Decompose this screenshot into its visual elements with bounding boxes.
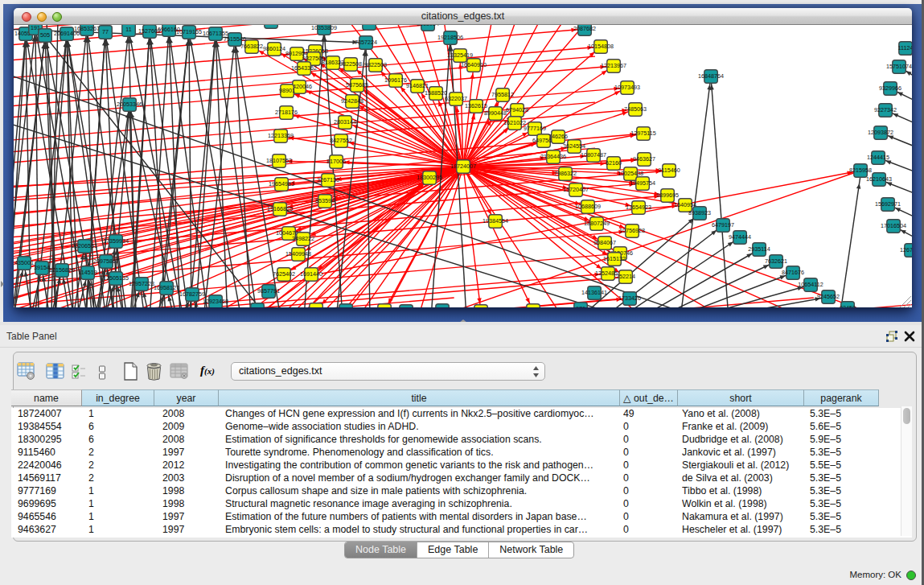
svg-text:55720: 55720 — [338, 307, 354, 307]
svg-text:8235: 8235 — [436, 307, 449, 307]
svg-text:17957223: 17957223 — [129, 280, 154, 287]
svg-text:21364436: 21364436 — [540, 153, 566, 160]
svg-text:3267130: 3267130 — [317, 176, 339, 183]
svg-text:1267534: 1267534 — [900, 246, 912, 253]
svg-text:39154: 39154 — [34, 264, 50, 271]
svg-text:9474444: 9474444 — [729, 233, 751, 241]
svg-text:114519: 114519 — [78, 269, 97, 276]
svg-text:17016504: 17016504 — [881, 222, 906, 229]
svg-text:20206551: 20206551 — [72, 242, 97, 249]
svg-text:18724007: 18724007 — [450, 163, 476, 170]
svg-text:17359934: 17359934 — [103, 237, 129, 245]
svg-text:252214: 252214 — [616, 273, 635, 280]
svg-text:92450: 92450 — [840, 304, 856, 307]
svg-text:18107553: 18107553 — [266, 157, 292, 164]
svg-text:9860124: 9860124 — [263, 45, 285, 52]
svg-text:9146821: 9146821 — [406, 82, 429, 89]
svg-text:9245652: 9245652 — [817, 293, 840, 300]
svg-text:18807249: 18807249 — [584, 220, 610, 227]
svg-text:16853267: 16853267 — [74, 25, 100, 32]
svg-text:14136141: 14136141 — [581, 289, 607, 296]
svg-text:2087682: 2087682 — [573, 25, 596, 32]
svg-text:15692971: 15692971 — [875, 200, 901, 208]
svg-text:7663822: 7663822 — [240, 43, 263, 50]
svg-text:10154808: 10154808 — [588, 43, 614, 50]
svg-text:12213967: 12213967 — [601, 62, 626, 69]
svg-text:6322037: 6322037 — [445, 95, 467, 102]
svg-text:9329966: 9329966 — [879, 84, 901, 92]
svg-text:15409948: 15409948 — [285, 250, 311, 257]
svg-text:9857791: 9857791 — [257, 287, 280, 295]
svg-text:7632621: 7632621 — [765, 257, 787, 265]
svg-text:505: 505 — [40, 31, 50, 39]
svg-text:16640: 16640 — [525, 307, 541, 307]
svg-text:6479197: 6479197 — [712, 221, 734, 229]
svg-text:77: 77 — [102, 28, 109, 35]
svg-text:1621022: 1621022 — [503, 119, 526, 126]
svg-text:16958127: 16958127 — [154, 284, 179, 291]
svg-text:9822508: 9822508 — [364, 61, 387, 68]
svg-text:20975867: 20975867 — [93, 257, 119, 265]
svg-text:8215958: 8215958 — [849, 167, 872, 174]
svg-text:16210643: 16210643 — [866, 175, 892, 183]
svg-text:10807487: 10807487 — [581, 151, 606, 159]
svg-text:7955812: 7955812 — [491, 91, 514, 98]
svg-text:11: 11 — [125, 26, 131, 33]
svg-text:10973493: 10973493 — [614, 84, 640, 91]
svg-text:15720407: 15720407 — [563, 186, 589, 193]
svg-text:817006: 817006 — [326, 158, 346, 165]
svg-text:7625402: 7625402 — [273, 270, 295, 278]
svg-text:2718176: 2718176 — [275, 109, 298, 116]
svg-text:7485063: 7485063 — [624, 105, 647, 113]
svg-text:6794028: 6794028 — [506, 106, 528, 113]
svg-text:12093872: 12093872 — [868, 129, 893, 136]
svg-text:18300295: 18300295 — [417, 174, 442, 181]
svg-text:11124: 11124 — [898, 44, 912, 51]
svg-text:16095: 16095 — [376, 307, 392, 307]
svg-text:853594: 853594 — [315, 197, 335, 204]
svg-text:13654923: 13654923 — [626, 204, 651, 211]
svg-text:7252508: 7252508 — [305, 306, 327, 307]
svg-text:1733426: 1733426 — [618, 295, 641, 302]
svg-text:1244415: 1244415 — [867, 154, 889, 161]
svg-text:9242848: 9242848 — [341, 97, 363, 105]
svg-text:19166825: 19166825 — [267, 205, 293, 212]
svg-text:10025438: 10025438 — [618, 170, 643, 177]
svg-text:5875685: 5875685 — [346, 81, 368, 89]
svg-text:16543362: 16543362 — [291, 64, 317, 72]
svg-text:435001: 435001 — [14, 259, 34, 266]
svg-text:62160: 62160 — [606, 159, 622, 167]
svg-text:9463627: 9463627 — [633, 155, 655, 163]
svg-text:15751074: 15751074 — [886, 63, 912, 70]
svg-text:7515546: 7515546 — [224, 35, 246, 43]
svg-text:2935114: 2935114 — [748, 245, 770, 253]
svg-text:1362615: 1362615 — [465, 102, 487, 109]
svg-text:12156829: 12156829 — [49, 266, 75, 274]
svg-text:92450: 92450 — [249, 306, 265, 307]
svg-text:9777169: 9777169 — [524, 125, 546, 132]
svg-text:7357224: 7357224 — [355, 39, 377, 46]
svg-text:9084067: 9084067 — [593, 239, 616, 246]
svg-text:8471676: 8471676 — [782, 269, 804, 276]
svg-text:10688609: 10688609 — [575, 203, 601, 210]
svg-text:3624554: 3624554 — [563, 142, 585, 150]
svg-text:2803144: 2803144 — [334, 118, 356, 126]
svg-text:1096176: 1096176 — [384, 76, 407, 84]
svg-text:976: 976 — [576, 305, 585, 307]
svg-text:19218506: 19218506 — [437, 34, 463, 41]
svg-text:9822508: 9822508 — [339, 60, 362, 68]
svg-text:8990448: 8990448 — [484, 109, 507, 117]
svg-text:8938923: 8938923 — [688, 209, 711, 216]
svg-text:1588520: 1588520 — [425, 89, 447, 97]
svg-text:19495754: 19495754 — [630, 179, 655, 187]
svg-text:55723: 55723 — [361, 25, 377, 27]
svg-text:16848764: 16848764 — [698, 72, 724, 80]
svg-text:3498222: 3498222 — [292, 235, 314, 242]
svg-text:19384554: 19384554 — [483, 217, 508, 225]
svg-text:20053346: 20053346 — [117, 101, 142, 108]
svg-text:10353809: 10353809 — [311, 25, 337, 31]
svg-text:1615132: 1615132 — [603, 255, 626, 262]
svg-text:98901: 98901 — [279, 87, 295, 94]
svg-text:7986322: 7986322 — [554, 170, 577, 177]
svg-text:746266: 746266 — [548, 133, 568, 140]
